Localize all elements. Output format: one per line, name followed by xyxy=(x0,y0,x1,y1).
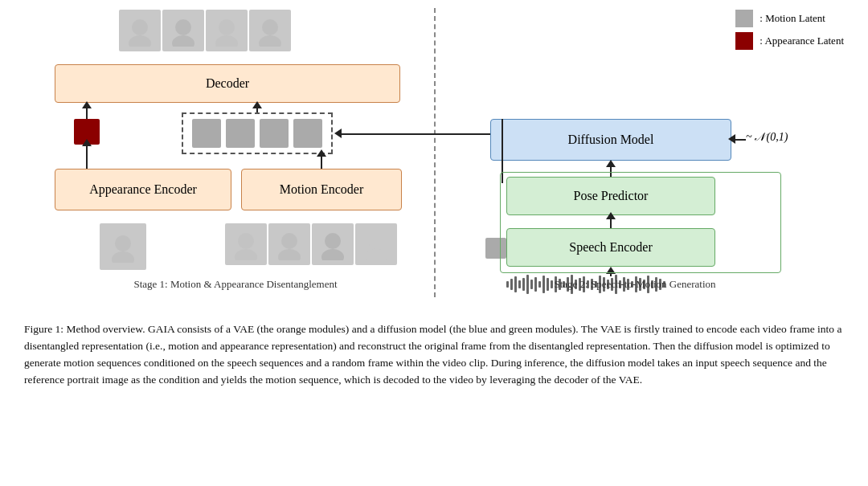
svg-point-2 xyxy=(175,19,191,35)
svg-point-5 xyxy=(215,35,238,47)
svg-point-16 xyxy=(368,233,384,249)
motion-sq-2 xyxy=(226,119,255,148)
svg-point-15 xyxy=(321,249,344,260)
motion-encoder-label: Motion Encoder xyxy=(280,182,363,197)
svg-point-12 xyxy=(281,233,297,249)
arrowhead-speech-up xyxy=(606,212,616,219)
legend-appearance-box xyxy=(735,32,753,50)
input-face-1 xyxy=(100,223,146,270)
svg-point-1 xyxy=(129,35,151,47)
svg-point-9 xyxy=(112,251,134,263)
caption-text: Figure 1: Method overview. GAIA consists… xyxy=(24,321,844,389)
diffusion-model-label: Diffusion Model xyxy=(568,133,654,147)
appearance-encoder-box: Appearance Encoder xyxy=(55,169,231,210)
speech-encoder-label: Speech Encoder xyxy=(569,240,653,255)
motion-sq-4 xyxy=(293,119,322,148)
input-motion-face-3 xyxy=(312,223,354,265)
input-motion-face-4 xyxy=(355,223,397,265)
arrowhead-appearance-up xyxy=(82,101,92,108)
svg-point-3 xyxy=(172,35,194,47)
pose-predictor-box: Pose Predictor xyxy=(506,177,715,215)
stage-divider xyxy=(434,8,436,297)
arrow-app-enc-up xyxy=(86,144,88,169)
face-4 xyxy=(249,10,291,51)
svg-point-7 xyxy=(259,35,281,47)
face-2 xyxy=(162,10,204,51)
face-3 xyxy=(206,10,248,51)
legend: : Motion Latent : Appearance Latent xyxy=(735,10,844,50)
output-faces xyxy=(119,10,291,51)
diagram-area: : Motion Latent : Appearance Latent Deco… xyxy=(0,0,868,313)
motion-latent-dashed-box xyxy=(182,112,333,154)
legend-appearance: : Appearance Latent xyxy=(735,32,844,50)
input-faces-motion xyxy=(225,223,397,265)
arrow-diff-to-motion xyxy=(341,133,490,135)
appearance-encoder-label: Appearance Encoder xyxy=(89,182,197,197)
pose-predictor-label: Pose Predictor xyxy=(574,189,649,203)
motion-sq-3 xyxy=(260,119,289,148)
arrowhead-motion-up xyxy=(252,101,262,108)
svg-point-11 xyxy=(235,249,257,260)
svg-point-10 xyxy=(238,233,254,249)
svg-point-8 xyxy=(115,235,131,251)
motion-encoder-box: Motion Encoder xyxy=(241,169,402,210)
legend-appearance-label: : Appearance Latent xyxy=(760,35,844,47)
svg-point-6 xyxy=(262,19,278,35)
arrow-appear-to-diff-v xyxy=(502,119,503,183)
decoder-label: Decoder xyxy=(206,76,249,91)
speech-encoder-box: Speech Encoder xyxy=(506,228,715,267)
arrowhead-wave-up xyxy=(606,267,616,274)
input-motion-face-2 xyxy=(268,223,310,265)
arrowhead-pose-up xyxy=(606,160,616,167)
motion-latent-small-square xyxy=(485,238,506,259)
motion-sq-1 xyxy=(192,119,221,148)
diffusion-model-box: Diffusion Model xyxy=(490,119,731,161)
legend-motion-box xyxy=(735,10,753,27)
arrowhead-diff-left xyxy=(334,129,342,138)
svg-point-0 xyxy=(132,19,148,35)
svg-point-13 xyxy=(278,249,301,260)
legend-motion-label: : Motion Latent xyxy=(760,12,825,25)
input-motion-face-1 xyxy=(225,223,267,265)
stage1-label: Stage 1: Motion & Appearance Disentangle… xyxy=(55,278,416,291)
arrowhead-mot-enc-up xyxy=(317,149,326,157)
arrowhead-app-enc-up xyxy=(82,139,92,146)
input-face-single xyxy=(100,223,146,270)
svg-point-4 xyxy=(219,19,235,35)
legend-motion: : Motion Latent xyxy=(735,10,844,27)
caption-area: Figure 1: Method overview. GAIA consists… xyxy=(0,313,868,397)
stage2-label: Stage 2: Speech-to-Motion Generation xyxy=(450,278,820,291)
face-1 xyxy=(119,10,161,51)
svg-point-17 xyxy=(365,249,387,260)
svg-point-14 xyxy=(325,233,341,249)
normal-dist-label: ~ 𝒩 (0,1) xyxy=(746,131,788,144)
decoder-box: Decoder xyxy=(55,64,400,103)
arrowhead-normal-left xyxy=(728,134,735,144)
